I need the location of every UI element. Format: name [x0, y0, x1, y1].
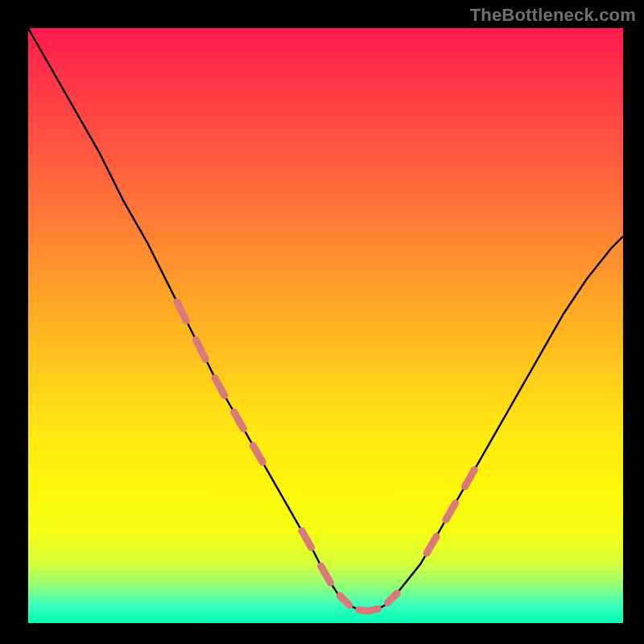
dotted-dash: [215, 378, 225, 396]
dotted-dash: [253, 445, 262, 462]
dotted-dash: [302, 530, 312, 547]
plot-area: [28, 28, 623, 623]
dotted-dash: [340, 596, 349, 605]
dotted-dash: [427, 536, 436, 553]
dotted-overlay: [177, 302, 475, 611]
dotted-dash: [387, 593, 397, 603]
dotted-dash: [464, 470, 474, 487]
curve-svg: [28, 28, 623, 623]
chart-frame: TheBottleneck.com: [0, 0, 644, 644]
dotted-dash: [177, 302, 187, 321]
dotted-dash: [321, 566, 331, 583]
dotted-dash: [196, 340, 205, 359]
dotted-dash: [234, 412, 244, 429]
dotted-dash: [446, 503, 456, 520]
dotted-dash: [369, 609, 378, 611]
watermark-text: TheBottleneck.com: [470, 5, 636, 26]
bottleneck-curve: [28, 28, 623, 611]
